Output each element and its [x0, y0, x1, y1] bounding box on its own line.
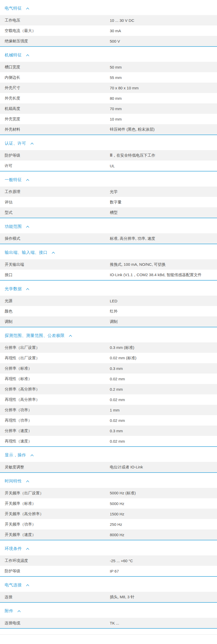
spec-value: 插头, M8, 3 针 — [110, 595, 217, 600]
section-header[interactable]: 时间特性 — [0, 473, 217, 488]
spec-value: 0.02 mm — [110, 418, 217, 423]
section-header[interactable]: 机械特征 — [0, 47, 217, 62]
spec-label: 评估 — [0, 200, 110, 205]
spec-row: 工作原理光学 — [0, 187, 217, 197]
spec-label: 调制 — [0, 319, 110, 324]
section-title: 功能范围 — [5, 224, 22, 229]
chevron-up-icon[interactable] — [17, 610, 21, 612]
spec-value: 红外 — [110, 309, 217, 314]
chevron-up-icon[interactable] — [26, 584, 29, 586]
spec-label: 绝缘耐压强度 — [0, 39, 110, 44]
spec-value: 0.02 mm (标准) — [110, 356, 217, 361]
spec-row: 分辨率（标准）0.3 mm — [0, 363, 217, 374]
spec-row: 工作环境温度-25 ... +60 °C — [0, 555, 217, 566]
spec-label: 开关频率（高分辨率） — [0, 512, 110, 516]
chevron-up-icon[interactable] — [69, 335, 72, 337]
spec-row: 连接插头, M8, 3 针 — [0, 592, 217, 602]
spec-label: 接口 — [0, 273, 110, 277]
section-header[interactable]: 环境条件 — [0, 540, 217, 555]
spec-label: 光源 — [0, 298, 110, 303]
chevron-up-icon[interactable] — [26, 179, 29, 181]
section: 功能范围操作模式标准, 高分辨率, 功率, 速度 — [0, 218, 217, 244]
chevron-up-icon[interactable] — [26, 480, 29, 482]
spec-label: 分辨率（速度） — [0, 428, 110, 433]
spec-label: 空载电流（最大） — [0, 28, 110, 33]
section-title: 显示，操作 — [5, 453, 26, 458]
section: 光学数据光源LED颜色红外调制调制 — [0, 281, 217, 327]
spec-label: 防护等级 — [0, 153, 110, 158]
chevron-up-icon[interactable] — [30, 142, 34, 145]
spec-row: 调制调制 — [0, 316, 217, 327]
spec-label: 再现性（标准） — [0, 376, 110, 381]
section-title: 附件 — [5, 608, 13, 614]
spec-value: 5000 Hz (标准) — [110, 491, 217, 496]
spec-value: 0.02 mm — [110, 377, 217, 381]
spec-label: 再现性（高分辨率） — [0, 397, 110, 402]
spec-value: 0.02 mm — [110, 439, 217, 443]
spec-label: 机箱高度 — [0, 106, 110, 111]
section-header[interactable]: 探测范围、测量范围、公差极限 — [0, 327, 217, 342]
section-header[interactable]: 功能范围 — [0, 218, 217, 233]
spec-row: 外壳宽度10 mm — [0, 114, 217, 124]
spec-label: 许可 — [0, 163, 110, 168]
spec-label: 再现性（功率） — [0, 418, 110, 423]
spec-row: 内侧边长55 mm — [0, 72, 217, 83]
section-header[interactable]: 电气特征 — [0, 0, 217, 15]
spec-row: 开关输出端推挽式, 100 mA, NO/NC, 可切换 — [0, 259, 217, 270]
section-title: 输出端、输入端、接口 — [5, 250, 48, 255]
spec-value: UL — [110, 164, 217, 168]
spec-label: 工作电压 — [0, 18, 110, 23]
spec-value: 80 mm — [110, 96, 217, 101]
spec-label: 连接 — [0, 595, 110, 600]
chevron-up-icon[interactable] — [52, 251, 55, 254]
spec-row: 评估数字量 — [0, 197, 217, 207]
spec-value: 标准, 高分辨率, 功率, 速度 — [110, 236, 217, 241]
spec-row: 分辨率（速度）0.3 mm — [0, 426, 217, 436]
section-title: 时间特性 — [5, 479, 22, 484]
spec-value: 0.2 mm — [110, 387, 217, 391]
section: 环境条件工作环境温度-25 ... +60 °C防护等级IP 67 — [0, 540, 217, 577]
spec-value: 8000 Hz — [110, 533, 217, 537]
spec-row: 许可UL — [0, 161, 217, 171]
chevron-up-icon[interactable] — [26, 225, 29, 228]
spec-value: Ⅲ，在安全特低电压下工作 — [110, 153, 217, 158]
spec-row: 再现性（功率）0.02 mm — [0, 415, 217, 426]
spec-label: 开关输出端 — [0, 262, 110, 267]
spec-value: 10 mm — [110, 117, 217, 121]
section-title: 光学数据 — [5, 286, 22, 291]
spec-label: 型式 — [0, 210, 110, 215]
spec-value: 0.02 mm — [110, 397, 217, 402]
section-header[interactable]: 认证、许可 — [0, 135, 217, 150]
chevron-up-icon[interactable] — [26, 288, 29, 290]
spec-value: 调制 — [110, 319, 217, 324]
chevron-up-icon[interactable] — [26, 548, 29, 550]
section-header[interactable]: 电气连接 — [0, 577, 217, 592]
spec-row: 分辨率（功率）1 mm — [0, 405, 217, 415]
spec-label: 工作环境温度 — [0, 558, 110, 563]
spec-label: 开关频率（速度） — [0, 532, 110, 537]
section-title: 认证、许可 — [5, 141, 26, 146]
section: 输出端、输入端、接口开关输出端推挽式, 100 mA, NO/NC, 可切换接口… — [0, 244, 217, 281]
spec-row: 工作电压10 ... 30 V DC — [0, 15, 217, 25]
section-header[interactable]: 附件 — [0, 603, 217, 618]
spec-row: 开关频率（功率）250 Hz — [0, 519, 217, 529]
spec-row: 分辨率（出厂设置）0.3 mm (标准) — [0, 342, 217, 353]
section: 探测范围、测量范围、公差极限分辨率（出厂设置）0.3 mm (标准)再现性（出厂… — [0, 327, 217, 447]
spec-row: 开关频率（标准）5000 Hz — [0, 498, 217, 509]
spec-label: 分辨率（功率） — [0, 408, 110, 413]
chevron-up-icon[interactable] — [26, 7, 29, 10]
section-title: 环境条件 — [5, 546, 22, 551]
section-header[interactable]: 显示，操作 — [0, 447, 217, 462]
chevron-up-icon[interactable] — [26, 54, 29, 56]
spec-label: 操作模式 — [0, 236, 110, 241]
spec-label: 内侧边长 — [0, 75, 110, 80]
spec-row: 再现性（标准）0.02 mm — [0, 374, 217, 384]
spec-row: 外壳尺寸70 x 80 x 10 mm — [0, 83, 217, 93]
chevron-up-icon[interactable] — [30, 454, 34, 456]
section-header[interactable]: 光学数据 — [0, 281, 217, 296]
section-header[interactable]: 输出端、输入端、接口 — [0, 244, 217, 259]
spec-row: 槽口宽度50 mm — [0, 62, 217, 72]
spec-row: 开关频率（出厂设置）5000 Hz (标准) — [0, 488, 217, 498]
section-title: 一般特征 — [5, 177, 22, 182]
section-header[interactable]: 一般特征 — [0, 171, 217, 187]
